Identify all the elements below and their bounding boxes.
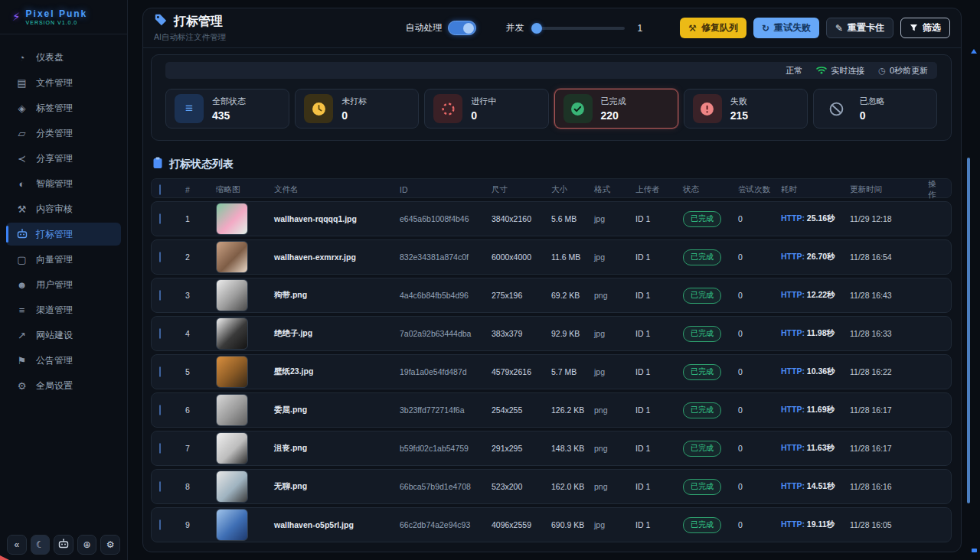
row-checkbox[interactable] xyxy=(159,519,161,530)
brush-icon: ✎ xyxy=(835,24,843,33)
sidebar-item-settings[interactable]: ⚙全局设置 xyxy=(6,374,121,397)
column-header: 文件名 xyxy=(274,184,400,195)
footer-button-moon[interactable]: ☾ xyxy=(31,535,51,555)
row-checkbox[interactable] xyxy=(159,290,161,301)
sidebar-item-label: 分享管理 xyxy=(36,152,73,165)
thumbnail[interactable] xyxy=(216,279,248,311)
scroll-up-arrow[interactable] xyxy=(971,49,977,54)
sidebar-item-vector[interactable]: ▢向量管理 xyxy=(6,248,121,271)
updated-time: 11/28 16:17 xyxy=(850,405,928,415)
main-panel: 打标管理 AI自动标注文件管理 自动处理 并发 1 ⚒修复队列↻重试失败✎重置卡… xyxy=(142,8,962,552)
attempt-count: 0 xyxy=(738,291,781,300)
column-header: 耗时 xyxy=(781,184,850,195)
footer-button-globe[interactable]: ⊕ xyxy=(77,535,97,555)
action-button-primary[interactable]: ↻重试失败 xyxy=(753,18,819,38)
row-checkbox[interactable] xyxy=(159,328,161,339)
scrollbar-thumb[interactable] xyxy=(967,158,970,503)
collapse-icon: « xyxy=(14,539,19,550)
thumbnail[interactable] xyxy=(216,203,248,235)
footer-button-collapse[interactable]: « xyxy=(7,535,27,555)
concurrency-slider[interactable] xyxy=(531,27,625,30)
thumbnail[interactable] xyxy=(216,509,248,541)
file-dimensions: 4579x2616 xyxy=(492,367,551,376)
footer-button-robot[interactable] xyxy=(54,535,74,555)
sidebar-item-users[interactable]: ☻用户管理 xyxy=(6,273,121,296)
thumbnail[interactable] xyxy=(216,394,248,426)
sidebar-item-tags[interactable]: ◈标签管理 xyxy=(6,96,121,119)
table-body: 1wallhaven-rqqqq1.jpge645a6b1008f4b46384… xyxy=(151,201,952,542)
elapsed-time: HTTP: 14.51秒 xyxy=(781,481,850,492)
table-row[interactable]: 3狗带.png4a4c6b84fb5b4d96275x19669.2 KBpng… xyxy=(151,278,952,313)
stat-card-processing[interactable]: 进行中0 xyxy=(424,89,548,129)
column-header: 操作 xyxy=(928,179,943,200)
thumbnail[interactable] xyxy=(216,241,248,273)
scroll-down-arrow[interactable] xyxy=(972,549,977,552)
table-row[interactable]: 1wallhaven-rqqqq1.jpge645a6b1008f4b46384… xyxy=(151,201,952,236)
file-id: 66bca57b9d1e4708 xyxy=(400,482,492,491)
table-row[interactable]: 2wallhaven-exmrxr.jpg832e34381a874c0f600… xyxy=(151,239,952,275)
sidebar-item-share[interactable]: ≺分享管理 xyxy=(6,147,121,170)
table-row[interactable]: 7沮丧.pngb59fd02c1ab54759291x295148.3 KBpn… xyxy=(151,431,952,466)
row-checkbox[interactable] xyxy=(159,252,161,262)
sidebar-item-files[interactable]: ▤文件管理 xyxy=(6,71,121,94)
table-row[interactable]: 8无聊.png66bca57b9d1e4708523x200162.0 KBpn… xyxy=(151,469,952,504)
auto-process-toggle[interactable] xyxy=(448,21,476,35)
row-checkbox[interactable] xyxy=(159,366,161,377)
file-format: png xyxy=(594,444,635,453)
elapsed-time: HTTP: 11.69秒 xyxy=(781,405,850,415)
sidebar-item-ai[interactable]: ◐智能管理 xyxy=(6,172,121,195)
status-badge: 已完成 xyxy=(683,364,721,380)
sidebar-item-categories[interactable]: ▱分类管理 xyxy=(6,122,121,145)
thumbnail[interactable] xyxy=(216,470,248,503)
thumbnail[interactable] xyxy=(216,317,248,350)
uploader: ID 1 xyxy=(635,405,683,415)
footer-button-gear[interactable]: ⚙ xyxy=(100,535,120,555)
review-icon: ⚒ xyxy=(16,204,28,214)
action-button-dark[interactable]: ✎重置卡住 xyxy=(826,18,893,38)
sidebar-item-review[interactable]: ⚒内容审核 xyxy=(6,197,121,220)
table-row[interactable]: 6委屈.png3b23ffd772714f6a254x255126.2 KBpn… xyxy=(151,392,952,428)
page-header: 打标管理 AI自动标注文件管理 自动处理 并发 1 ⚒修复队列↻重试失败✎重置卡… xyxy=(143,8,961,48)
slider-knob[interactable] xyxy=(531,23,542,34)
file-size: 5.6 MB xyxy=(551,214,594,223)
column-header: 更新时间 xyxy=(850,184,928,195)
stat-card-failed[interactable]: 失败215 xyxy=(684,89,808,129)
sidebar: ⚡ Pixel Punk VERSION V1.0.0 ◔仪表盘▤文件管理◈标签… xyxy=(0,0,128,560)
toggle-knob xyxy=(463,23,474,34)
table-row[interactable]: 4绝绝子.jpg7a02a92b63444dba383x37992.9 KBjp… xyxy=(151,316,952,351)
stat-value: 435 xyxy=(212,109,246,122)
categories-icon: ▱ xyxy=(16,129,28,138)
stat-card-ignored[interactable]: 已忽略0 xyxy=(813,89,937,129)
stat-card-all[interactable]: ≡全部状态435 xyxy=(165,89,289,129)
thumbnail[interactable] xyxy=(216,356,248,388)
select-all-checkbox[interactable] xyxy=(159,184,161,195)
robot-icon xyxy=(16,229,28,240)
sidebar-item-channels[interactable]: ≡渠道管理 xyxy=(6,298,121,321)
row-checkbox[interactable] xyxy=(159,443,161,454)
sidebar-item-announcement[interactable]: ⚑公告管理 xyxy=(6,349,121,372)
filter-button[interactable]: 筛选 xyxy=(900,18,950,38)
attempt-count: 0 xyxy=(738,405,781,415)
share-icon: ≺ xyxy=(16,154,28,164)
table-row[interactable]: 9wallhaven-o5p5rl.jpg66c2db74a2e94c93409… xyxy=(151,507,952,542)
table-row[interactable]: 5壁纸23.jpg19fa1a0e54fd487d4579x26165.7 MB… xyxy=(151,354,952,389)
file-name: wallhaven-rqqqq1.jpg xyxy=(274,214,400,223)
sidebar-item-website[interactable]: ↗网站建设 xyxy=(6,324,121,347)
stat-card-done[interactable]: 已完成220 xyxy=(554,89,678,129)
sidebar-item-dashboard[interactable]: ◔仪表盘 xyxy=(6,46,121,69)
column-header: 状态 xyxy=(683,184,738,195)
thumbnail[interactable] xyxy=(216,432,248,464)
row-checkbox[interactable] xyxy=(159,481,161,492)
action-button-warning[interactable]: ⚒修复队列 xyxy=(680,18,746,38)
attempt-count: 0 xyxy=(738,444,781,453)
status-badge: 已完成 xyxy=(683,441,721,457)
file-name: 沮丧.png xyxy=(274,443,400,454)
slash-circle-icon xyxy=(822,94,851,123)
file-id: 3b23ffd772714f6a xyxy=(400,405,492,415)
row-checkbox[interactable] xyxy=(159,405,161,415)
file-format: jpg xyxy=(594,367,635,376)
sidebar-item-robot[interactable]: 打标管理 xyxy=(6,223,121,246)
stat-card-pending[interactable]: 未打标0 xyxy=(295,89,419,129)
row-checkbox[interactable] xyxy=(159,213,161,224)
clipboard-icon xyxy=(152,157,163,171)
